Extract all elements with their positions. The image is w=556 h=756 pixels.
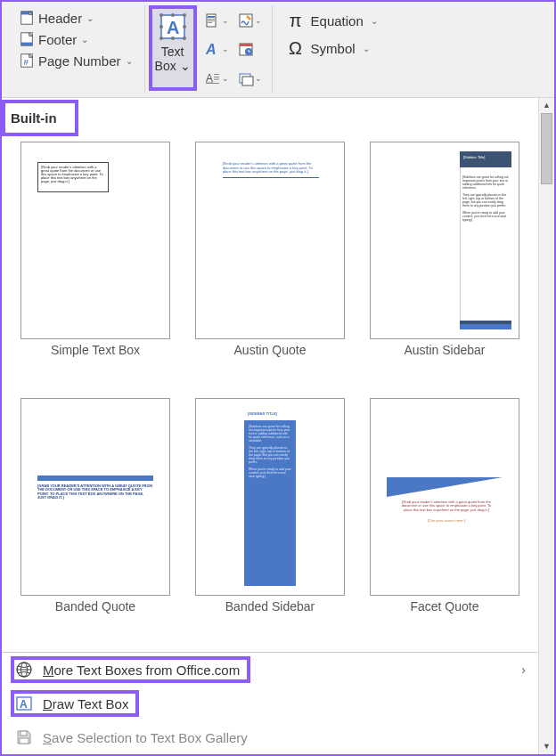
page-number-icon: #	[19, 53, 35, 69]
svg-point-10	[183, 37, 186, 40]
svg-rect-19	[208, 20, 215, 21]
symbols-group: π Equation ⌄ Ω Symbol ⌄	[273, 5, 389, 93]
signature-icon	[238, 12, 254, 28]
equation-button[interactable]: π Equation ⌄	[282, 7, 382, 35]
gallery-item-label: Austin Quote	[234, 343, 307, 357]
svg-point-7	[159, 13, 163, 17]
thumbnail: [GRAB YOUR READER'S ATTENTION WITH A GRE…	[20, 398, 170, 596]
chevron-down-icon: ⌄	[81, 35, 88, 45]
symbol-label: Symbol	[311, 41, 356, 56]
page-number-button[interactable]: # Page Number ⌄	[14, 50, 137, 71]
gallery-item-label: Banded Sidebar	[225, 599, 315, 614]
globe-icon	[14, 660, 34, 679]
footer-label: Footer	[38, 32, 77, 47]
svg-point-8	[183, 13, 186, 17]
svg-text:A: A	[167, 18, 179, 37]
gallery-item-label: Austin Sidebar	[404, 343, 485, 357]
chevron-down-icon: ⌄	[222, 16, 229, 25]
gallery-footer-menu: More Text Boxes from Office.com › A Draw…	[2, 652, 538, 754]
chevron-down-icon: ⌄	[126, 56, 133, 66]
svg-rect-28	[214, 77, 219, 77]
more-text-boxes-label: More Text Boxes from Office.com	[43, 663, 240, 678]
svg-rect-39	[20, 731, 27, 736]
app-window: Header ⌄ Footer ⌄ # Page Number ⌄	[0, 0, 556, 756]
thumbnail: [SIDEBAR TITLE] [Sidebars are great for …	[195, 398, 345, 596]
drop-cap-icon: A	[205, 70, 221, 86]
scroll-thumb[interactable]	[541, 113, 552, 184]
thumbnail: [Sidebar Title] [Sidebars are great for …	[370, 142, 519, 339]
draw-text-box-label: Draw Text Box	[43, 696, 128, 711]
gallery-item-banded-sidebar[interactable]: [SIDEBAR TITLE] [Sidebars are great for …	[185, 398, 355, 653]
equation-label: Equation	[311, 13, 364, 28]
date-time-button[interactable]	[235, 37, 257, 61]
symbol-icon: Ω	[286, 38, 306, 59]
text-box-button[interactable]: A TextBox ⌄	[149, 5, 197, 91]
save-selection-menuitem: Save Selection to Text Box Gallery	[2, 720, 538, 754]
thumbnail: [Grab your reader's attention with a gre…	[20, 142, 170, 339]
chevron-right-icon: ›	[521, 663, 526, 677]
save-selection-label: Save Selection to Text Box Gallery	[43, 730, 248, 745]
chevron-down-icon: ⌄	[363, 44, 370, 53]
wordart-icon: A	[205, 41, 221, 57]
header-label: Header	[38, 11, 82, 26]
svg-text:A: A	[205, 42, 217, 57]
gallery-item-label: Facet Quote	[410, 599, 478, 614]
svg-rect-33	[242, 77, 253, 85]
text-box-label: TextBox ⌄	[155, 45, 191, 73]
page-number-label: Page Number	[38, 53, 121, 69]
svg-rect-24	[240, 44, 252, 46]
signature-line-button[interactable]: ⌄	[235, 9, 265, 32]
quick-parts-button[interactable]: ⌄	[202, 9, 232, 32]
gallery-heading: Built-in	[7, 105, 59, 131]
equation-icon: π	[286, 11, 306, 31]
gallery-item-label: Simple Text Box	[51, 343, 140, 357]
scroll-down-button[interactable]: ▼	[539, 739, 554, 754]
chevron-down-icon: ⌄	[86, 13, 94, 23]
save-icon	[14, 728, 34, 747]
header-icon	[19, 10, 35, 26]
wordart-button[interactable]: A ⌄	[202, 37, 232, 61]
text-box-icon: A	[159, 13, 186, 40]
header-footer-group: Header ⌄ Footer ⌄ # Page Number ⌄	[7, 5, 145, 93]
footer-button[interactable]: Footer ⌄	[14, 28, 137, 50]
gallery-item-banded-quote[interactable]: [GRAB YOUR READER'S ATTENTION WITH A GRE…	[11, 398, 180, 653]
object-button[interactable]: ⌄	[235, 67, 265, 90]
svg-rect-18	[208, 19, 215, 20]
svg-point-11	[171, 13, 175, 17]
more-text-boxes-menuitem[interactable]: More Text Boxes from Office.com ›	[2, 653, 538, 687]
gallery-item-facet-quote[interactable]: [Grab your reader's attention with a gre…	[360, 398, 529, 653]
gallery-scrollbar[interactable]: ▲ ▼	[538, 98, 554, 754]
drop-cap-button[interactable]: A ⌄	[202, 67, 232, 90]
footer-icon	[19, 31, 35, 47]
gallery-item-austin-quote[interactable]: [Grab your reader's attention with a gre…	[185, 142, 355, 396]
svg-rect-20	[208, 22, 212, 23]
symbol-button[interactable]: Ω Symbol ⌄	[282, 35, 382, 62]
svg-rect-3	[21, 43, 33, 46]
svg-rect-40	[20, 738, 29, 744]
quick-parts-icon	[205, 12, 221, 28]
text-box-gallery-dropdown: Built-in [Grab your reader's attention w…	[2, 98, 554, 754]
ribbon-insert-section: Header ⌄ Footer ⌄ # Page Number ⌄	[2, 2, 554, 98]
chevron-down-icon: ⌄	[371, 16, 378, 26]
scroll-up-button[interactable]: ▲	[539, 98, 554, 113]
chevron-down-icon: ⌄	[222, 45, 229, 53]
svg-rect-27	[214, 74, 219, 75]
gallery-item-austin-sidebar[interactable]: [Sidebar Title] [Sidebars are great for …	[360, 142, 529, 396]
draw-text-box-icon: A	[14, 694, 34, 713]
header-button[interactable]: Header ⌄	[14, 7, 137, 28]
svg-point-13	[159, 25, 163, 28]
chevron-down-icon: ⌄	[255, 74, 262, 83]
object-icon	[238, 70, 254, 86]
gallery-item-label: Banded Quote	[55, 599, 135, 614]
svg-point-14	[183, 25, 186, 28]
svg-text:A: A	[20, 698, 28, 711]
chevron-down-icon: ⌄	[222, 74, 229, 83]
draw-text-box-menuitem[interactable]: A Draw Text Box	[2, 687, 538, 720]
date-time-icon	[238, 41, 254, 57]
gallery-item-simple-text-box[interactable]: [Grab your reader's attention with a gre…	[11, 142, 180, 396]
svg-rect-17	[208, 16, 215, 18]
thumbnail: [Grab your reader's attention with a gre…	[370, 398, 519, 596]
chevron-down-icon: ⌄	[255, 16, 262, 25]
thumbnail: [Grab your reader's attention with a gre…	[195, 142, 345, 339]
gallery-grid: [Grab your reader's attention with a gre…	[2, 136, 538, 652]
